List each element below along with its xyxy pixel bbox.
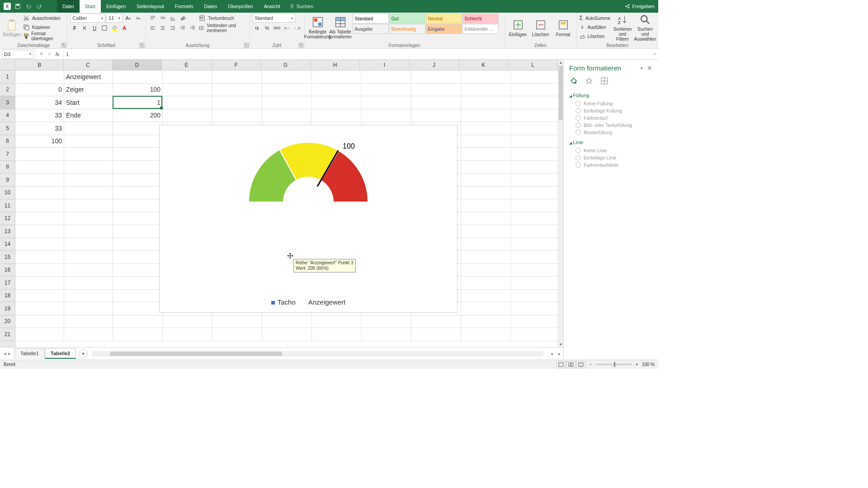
fill-color-button[interactable] xyxy=(110,23,119,33)
row-header-9[interactable]: 9 xyxy=(0,174,15,187)
ribbon-tab-einfügen[interactable]: Einfügen xyxy=(101,0,131,13)
fill-line-tab-icon[interactable] xyxy=(569,76,578,85)
row-header-10[interactable]: 10 xyxy=(0,187,15,200)
col-header-H[interactable]: H xyxy=(311,60,360,70)
add-sheet-button[interactable]: + xyxy=(79,349,88,358)
hscroll-right[interactable]: ▸ xyxy=(556,352,563,356)
shrink-font-button[interactable]: A▾ xyxy=(133,14,142,23)
align-left-button[interactable] xyxy=(148,23,157,33)
bold-button[interactable]: F xyxy=(70,23,79,33)
hscroll-thumb[interactable] xyxy=(110,352,282,356)
row-header-16[interactable]: 16 xyxy=(0,264,15,277)
align-middle-button[interactable] xyxy=(158,14,167,23)
align-right-button[interactable] xyxy=(168,23,177,33)
zoom-level[interactable]: 100 % xyxy=(642,362,655,367)
fill-option[interactable]: Keine Füllung xyxy=(569,100,653,107)
row-header-20[interactable]: 20 xyxy=(0,315,15,328)
underline-button[interactable]: U xyxy=(90,23,99,33)
select-all-corner[interactable] xyxy=(0,60,15,70)
col-header-C[interactable]: C xyxy=(64,60,112,70)
size-tab-icon[interactable] xyxy=(600,76,609,85)
font-launcher[interactable]: ⬊ xyxy=(140,43,144,47)
align-center-button[interactable] xyxy=(158,23,167,33)
qat-save-icon[interactable] xyxy=(14,2,22,10)
style-eingabe[interactable]: Eingabe xyxy=(426,24,462,34)
format-cells-button[interactable]: Format xyxy=(553,14,574,42)
row-header-13[interactable]: 13 xyxy=(0,225,15,238)
percent-button[interactable]: % xyxy=(263,23,272,33)
col-header-E[interactable]: E xyxy=(162,60,211,70)
col-header-I[interactable]: I xyxy=(360,60,409,70)
ribbon-tab-formeln[interactable]: Formeln xyxy=(170,0,198,13)
effects-tab-icon[interactable] xyxy=(585,76,594,85)
cut-button[interactable]: Ausschneiden xyxy=(23,14,64,23)
hscroll-left[interactable]: ◂ xyxy=(548,352,556,356)
col-header-G[interactable]: G xyxy=(261,60,310,70)
tell-me[interactable]: Suchen xyxy=(289,4,313,9)
col-header-F[interactable]: F xyxy=(212,60,261,70)
line-section-title[interactable]: Linie xyxy=(569,138,653,147)
line-option[interactable]: Einfarbige Linie xyxy=(569,154,653,161)
conditional-formatting-button[interactable]: Bedingte Formatierung xyxy=(307,14,328,42)
vertical-scrollbar[interactable]: ▲ ▼ xyxy=(558,60,563,347)
style-erklrender[interactable]: Erklärender ... xyxy=(462,24,499,34)
row-header-6[interactable]: 6 xyxy=(0,135,15,148)
sheet-tab-tabelle2[interactable]: Tabelle2 xyxy=(45,348,76,359)
col-header-K[interactable]: K xyxy=(459,60,508,70)
zoom-out-button[interactable]: − xyxy=(590,362,592,367)
alignment-launcher[interactable]: ⬊ xyxy=(244,43,249,47)
row-header-21[interactable]: 21 xyxy=(0,328,15,341)
indent-dec-button[interactable] xyxy=(178,23,187,33)
line-option[interactable]: Keine Linie xyxy=(569,147,653,154)
style-standard[interactable]: Standard xyxy=(353,14,389,23)
ribbon-tab-datei[interactable]: Datei xyxy=(57,0,80,13)
indent-inc-button[interactable] xyxy=(188,23,197,33)
fill-button[interactable]: Ausfüllen xyxy=(580,23,610,32)
cell[interactable]: Zeiger xyxy=(64,84,113,97)
fill-section-title[interactable]: Füllung xyxy=(569,91,653,100)
clipboard-launcher[interactable]: ⬊ xyxy=(61,43,66,47)
sheet-nav-last[interactable]: ▸ xyxy=(8,351,11,357)
row-header-3[interactable]: 3 xyxy=(0,96,15,109)
font-size-combo[interactable]: 11▾ xyxy=(106,14,123,23)
col-header-D[interactable]: D xyxy=(113,60,162,70)
row-header-1[interactable]: 1 xyxy=(0,70,15,84)
accounting-button[interactable]: ₠ xyxy=(253,23,262,33)
thousands-button[interactable]: 000 xyxy=(273,23,282,33)
sheet-tab-tabelle1[interactable]: Tabelle1 xyxy=(14,348,45,359)
fill-option[interactable]: Einfarbige Füllung xyxy=(569,107,653,114)
row-header-19[interactable]: 19 xyxy=(0,302,15,315)
delete-cells-button[interactable]: Löschen xyxy=(530,14,551,42)
format-as-table-button[interactable]: Als Tabelle formatieren xyxy=(330,14,351,42)
autosum-button[interactable]: ΣAutoSumme xyxy=(580,14,610,23)
border-button[interactable] xyxy=(100,23,109,33)
decimal-dec-button[interactable]: ←.0 xyxy=(292,23,302,33)
row-header-12[interactable]: 12 xyxy=(0,212,15,225)
view-break-button[interactable] xyxy=(576,361,586,368)
row-header-18[interactable]: 18 xyxy=(0,290,15,303)
wrap-text-button[interactable]: abTextumbruch xyxy=(199,14,246,23)
ribbon-tab-überprüfen[interactable]: Überprüfen xyxy=(223,0,259,13)
fx-button[interactable]: fx xyxy=(54,52,61,57)
find-select-button[interactable]: Suchen und Auswählen xyxy=(635,14,656,42)
scroll-thumb[interactable] xyxy=(559,66,563,120)
task-pane-options-button[interactable]: ▾ xyxy=(641,66,643,70)
cell[interactable]: 100 xyxy=(15,135,64,148)
insert-cells-button[interactable]: Einfügen xyxy=(508,14,528,42)
expand-formula-bar-button[interactable]: ▾ xyxy=(651,52,658,56)
style-gut[interactable]: Gut xyxy=(389,14,425,23)
ribbon-tab-start[interactable]: Start xyxy=(80,0,101,13)
cell[interactable]: Anzeigewert xyxy=(64,70,113,84)
fill-option[interactable]: Bild- oder Texturfüllung xyxy=(569,122,653,129)
ribbon-tab-seitenlayout[interactable]: Seitenlayout xyxy=(131,0,170,13)
align-bottom-button[interactable] xyxy=(168,14,177,23)
row-header-5[interactable]: 5 xyxy=(0,122,15,135)
name-box[interactable]: D3▾ xyxy=(2,50,33,59)
font-color-button[interactable]: A xyxy=(120,23,129,33)
row-header-11[interactable]: 11 xyxy=(0,199,15,212)
grow-font-button[interactable]: A▴ xyxy=(123,14,132,23)
cell[interactable]: 1 xyxy=(113,96,163,109)
cell[interactable]: 33 xyxy=(15,109,64,122)
format-painter-button[interactable]: Format übertragen xyxy=(23,32,64,41)
zoom-slider[interactable] xyxy=(596,364,632,365)
